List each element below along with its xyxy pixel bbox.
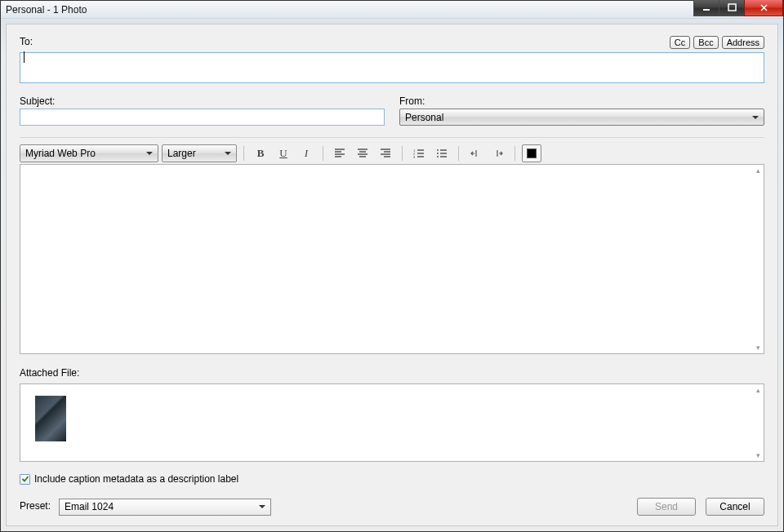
- from-label: From:: [399, 95, 764, 107]
- indent-button[interactable]: [488, 144, 508, 162]
- color-swatch: [527, 149, 537, 158]
- dialog-body: To: Cc Bcc Address Subject: From: Person…: [6, 24, 778, 526]
- font-select[interactable]: Myriad Web Pro: [20, 144, 158, 162]
- size-selected-value: Larger: [167, 148, 196, 159]
- window-title: Personal - 1 Photo: [6, 4, 87, 16]
- scroll-down-icon: ▾: [754, 344, 762, 352]
- toolbar-separator: [323, 146, 323, 161]
- format-toolbar: Myriad Web Pro Larger B U I 123: [20, 144, 764, 162]
- toolbar-separator: [402, 146, 403, 161]
- include-caption-label: Include caption metadata as a descriptio…: [34, 473, 238, 485]
- svg-text:3: 3: [413, 155, 416, 159]
- bullet-list-button[interactable]: [432, 144, 452, 162]
- svg-point-5: [437, 149, 439, 151]
- include-caption-checkbox[interactable]: [20, 474, 30, 485]
- toolbar-separator: [514, 146, 515, 161]
- align-center-button[interactable]: [353, 144, 372, 162]
- bcc-button[interactable]: Bcc: [693, 36, 718, 49]
- subject-label: Subject:: [20, 95, 385, 107]
- svg-rect-1: [728, 4, 736, 11]
- minimize-button[interactable]: [693, 0, 719, 16]
- titlebar: Personal - 1 Photo: [1, 1, 783, 19]
- scroll-up-icon: ▴: [754, 166, 762, 175]
- subject-input[interactable]: [20, 109, 385, 126]
- to-label: To:: [20, 36, 33, 47]
- maximize-button[interactable]: [719, 0, 745, 16]
- cancel-button[interactable]: Cancel: [706, 498, 764, 516]
- divider: [20, 137, 764, 138]
- from-select[interactable]: Personal: [399, 109, 764, 126]
- preset-selected-value: Email 1024: [65, 501, 114, 512]
- preset-select[interactable]: Email 1024: [59, 499, 271, 516]
- window-controls: [694, 0, 783, 16]
- font-selected-value: Myriad Web Pro: [25, 148, 96, 159]
- address-button[interactable]: Address: [722, 36, 764, 49]
- align-left-button[interactable]: [330, 144, 350, 162]
- toolbar-separator: [243, 146, 244, 161]
- svg-rect-0: [703, 9, 710, 11]
- text-cursor: [24, 51, 24, 63]
- attached-label: Attached File:: [20, 367, 764, 379]
- attachment-thumbnail[interactable]: [35, 396, 66, 441]
- italic-button[interactable]: I: [296, 144, 316, 162]
- email-dialog: Personal - 1 Photo To: Cc Bcc Address: [0, 0, 784, 532]
- font-size-select[interactable]: Larger: [162, 144, 237, 162]
- scroll-down-icon: ▾: [754, 451, 762, 459]
- bold-button[interactable]: B: [251, 144, 270, 162]
- scroll-up-icon: ▴: [754, 386, 762, 394]
- outdent-button[interactable]: [466, 144, 485, 162]
- toolbar-separator: [458, 146, 459, 161]
- align-right-button[interactable]: [376, 144, 395, 162]
- numbered-list-button[interactable]: 123: [409, 144, 429, 162]
- underline-button[interactable]: U: [274, 144, 293, 162]
- from-selected-value: Personal: [405, 112, 443, 123]
- message-body[interactable]: ▴ ▾: [20, 164, 764, 354]
- cc-button[interactable]: Cc: [670, 36, 690, 49]
- send-button[interactable]: Send: [637, 498, 696, 516]
- preset-label: Preset:: [20, 500, 51, 512]
- attachment-area[interactable]: ▴ ▾: [20, 383, 764, 462]
- close-button[interactable]: [744, 0, 783, 16]
- to-input[interactable]: [20, 52, 764, 83]
- svg-point-7: [437, 156, 439, 157]
- text-color-button[interactable]: [522, 144, 541, 162]
- svg-point-6: [437, 153, 439, 154]
